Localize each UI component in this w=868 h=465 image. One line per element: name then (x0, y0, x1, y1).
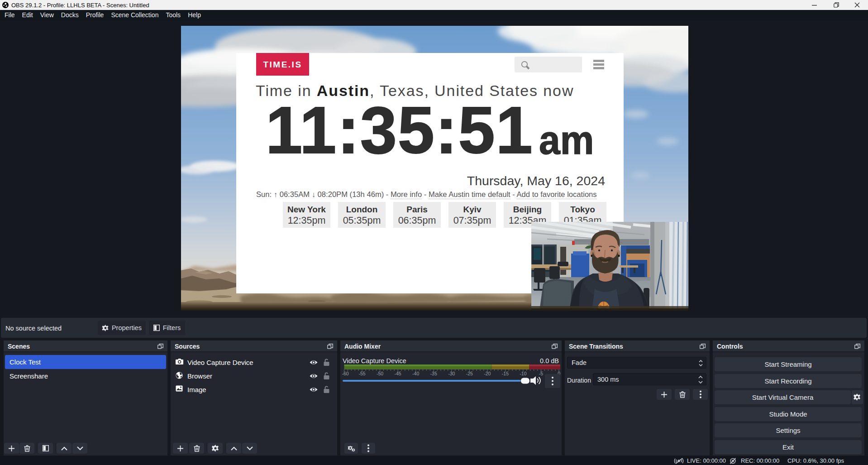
svg-text:-20: -20 (484, 371, 491, 376)
svg-text:-10: -10 (520, 371, 526, 376)
svg-text:-40: -40 (412, 371, 419, 376)
svg-text:-35: -35 (430, 371, 437, 376)
svg-text:-25: -25 (466, 371, 473, 376)
svg-text:-55: -55 (358, 371, 365, 376)
svg-text:-60: -60 (342, 371, 349, 376)
svg-text:-5: -5 (539, 371, 543, 376)
svg-text:-45: -45 (395, 371, 401, 376)
svg-text:Video Capture Device: Video Capture Device (343, 357, 406, 364)
svg-text:-30: -30 (448, 371, 455, 376)
svg-text:-50: -50 (377, 371, 383, 376)
svg-text:-15: -15 (502, 371, 509, 376)
svg-text:0.0 dB: 0.0 dB (540, 357, 559, 364)
